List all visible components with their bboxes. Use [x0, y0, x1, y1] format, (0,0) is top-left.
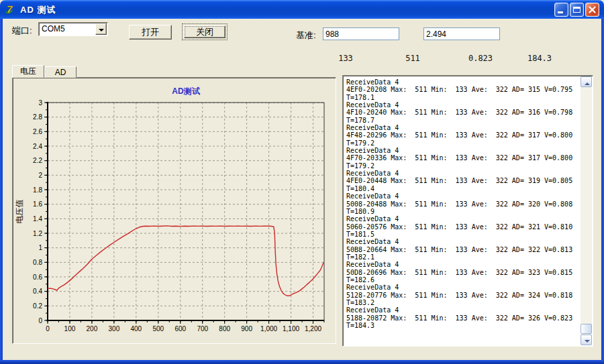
svg-text:900: 900: [241, 325, 252, 332]
svg-text:0.2: 0.2: [33, 302, 42, 310]
open-button[interactable]: 打开: [129, 25, 172, 40]
svg-text:300: 300: [109, 325, 120, 332]
svg-text:400: 400: [130, 325, 142, 332]
log-line: ReceiveData 4: [346, 192, 580, 200]
scroll-down-button[interactable]: [581, 335, 592, 345]
close-port-button-ring: 关闭: [182, 23, 228, 40]
log-line: 4FE0-20448 Max: 511 Min: 133 Ave: 322 AD…: [346, 177, 580, 184]
tab-voltage[interactable]: 电压: [12, 65, 44, 78]
log-line: T=179.2: [346, 139, 580, 147]
window-title: AD 测试: [20, 4, 56, 16]
port-combobox[interactable]: COM5: [38, 22, 108, 36]
chevron-up-icon: [585, 80, 590, 85]
log-line: T=178.1: [346, 94, 580, 101]
svg-text:2.6: 2.6: [33, 128, 42, 135]
combobox-dropdown-button[interactable]: [95, 23, 107, 35]
svg-text:0.6: 0.6: [33, 274, 42, 281]
tab-ad[interactable]: AD: [44, 66, 77, 78]
svg-text:500: 500: [152, 325, 164, 332]
svg-text:0.4: 0.4: [33, 288, 42, 295]
log-line: ReceiveData 4: [346, 215, 580, 223]
baseline-input-2[interactable]: [423, 27, 500, 40]
log-line: 50D8-20696 Max: 511 Min: 133 Ave: 322 AD…: [346, 269, 580, 276]
log-line: ReceiveData 4: [346, 101, 580, 109]
scroll-up-button[interactable]: [581, 76, 592, 87]
log-line: 50B8-20664 Max: 511 Min: 133 Ave: 322 AD…: [346, 246, 580, 253]
log-line: 4F10-20240 Max: 511 Min: 133 Ave: 322 AD…: [346, 109, 580, 116]
maximize-icon: [573, 7, 581, 13]
chevron-down-icon: [99, 29, 104, 34]
focus-rect: [185, 26, 225, 38]
log-scrollbar[interactable]: [581, 76, 592, 345]
chart-panel: 01002003004005006007008009001,0001,1001,…: [12, 77, 336, 344]
log-line: ReceiveData 4: [346, 124, 580, 131]
port-label: 端口:: [12, 25, 32, 37]
log-line: ReceiveData 4: [346, 238, 580, 245]
svg-text:7: 7: [7, 3, 13, 15]
log-line: 4EF0-20208 Max: 511 Min: 133 Ave: 322 AD…: [346, 86, 580, 93]
window-border-right: [601, 19, 604, 364]
svg-text:1.2: 1.2: [33, 230, 42, 237]
svg-text:1.8: 1.8: [33, 186, 42, 194]
svg-text:1.6: 1.6: [33, 200, 42, 208]
port-combobox-value: COM5: [42, 24, 65, 34]
baseline-input-1[interactable]: [323, 27, 399, 40]
receive-log-text[interactable]: ReceiveData 44EF0-20208 Max: 511 Min: 13…: [344, 77, 580, 345]
log-line: T=178.7: [346, 117, 580, 124]
svg-text:0: 0: [46, 325, 50, 332]
log-line: 5008-20488 Max: 511 Min: 133 Ave: 322 AD…: [346, 200, 580, 208]
svg-text:2.8: 2.8: [33, 113, 42, 121]
svg-text:800: 800: [219, 325, 230, 332]
log-line: T=182.6: [346, 276, 580, 284]
svg-text:1,200: 1,200: [305, 325, 321, 332]
receive-log-textbox[interactable]: ReceiveData 44EF0-20208 Max: 511 Min: 13…: [342, 75, 593, 347]
minimize-icon: [558, 11, 563, 13]
svg-text:600: 600: [174, 325, 186, 332]
log-line: 4F70-20336 Max: 511 Min: 133 Ave: 322 AD…: [346, 154, 580, 162]
log-line: T=180.9: [346, 208, 580, 215]
log-line: T=184.3: [346, 322, 580, 329]
log-line: 5060-20576 Max: 511 Min: 133 Ave: 322 AD…: [346, 223, 580, 231]
title-bar[interactable]: 7 AD 测试: [0, 0, 604, 19]
svg-text:0: 0: [38, 317, 42, 324]
close-button[interactable]: [585, 3, 599, 17]
log-line: ReceiveData 4: [346, 261, 580, 268]
log-line: T=182.1: [346, 253, 580, 261]
close-icon: [586, 3, 599, 16]
stat-min: 133: [338, 54, 353, 63]
voltage-line-chart: 01002003004005006007008009001,0001,1001,…: [13, 78, 334, 342]
log-line: T=180.4: [346, 185, 580, 192]
baseline-label: 基准:: [296, 29, 316, 42]
stat-temperature: 184.3: [527, 54, 552, 63]
svg-text:3: 3: [38, 99, 42, 107]
log-line: ReceiveData 4: [346, 284, 580, 291]
svg-text:0.8: 0.8: [33, 259, 42, 266]
log-line: T=179.2: [346, 162, 580, 170]
app-window: 7 AD 测试 端口: COM5 打开 关闭 基准: 133 511 0.: [0, 0, 604, 364]
log-line: ReceiveData 4: [346, 147, 580, 154]
scrollbar-thumb[interactable]: [581, 324, 592, 334]
maximize-button[interactable]: [570, 3, 584, 17]
svg-text:1: 1: [38, 244, 42, 251]
svg-text:1.4: 1.4: [33, 215, 42, 223]
stat-voltage: 0.823: [468, 54, 493, 63]
svg-text:2.2: 2.2: [33, 157, 42, 164]
window-border-left: [0, 19, 3, 364]
chevron-down-icon: [585, 340, 590, 345]
log-line: ReceiveData 4: [346, 170, 580, 177]
svg-text:2: 2: [38, 172, 42, 179]
log-line: T=181.5: [346, 231, 580, 238]
log-line: 5188-20872 Max: 511 Min: 133 Ave: 322 AD…: [346, 314, 580, 322]
log-line: T=183.2: [346, 299, 580, 306]
minimize-button[interactable]: [554, 3, 568, 17]
log-line: ReceiveData 4: [346, 306, 580, 314]
log-line: ReceiveData 4: [346, 78, 580, 86]
svg-text:200: 200: [87, 325, 98, 332]
app-icon[interactable]: 7: [5, 3, 17, 15]
svg-text:1,100: 1,100: [283, 325, 299, 332]
svg-text:AD测试: AD测试: [172, 86, 200, 96]
log-line: 4F48-20296 Max: 511 Min: 133 Ave: 322 AD…: [346, 131, 580, 139]
window-border-bottom: [0, 360, 604, 364]
log-line: 5128-20776 Max: 511 Min: 133 Ave: 322 AD…: [346, 292, 580, 299]
svg-text:电压值: 电压值: [15, 200, 24, 224]
